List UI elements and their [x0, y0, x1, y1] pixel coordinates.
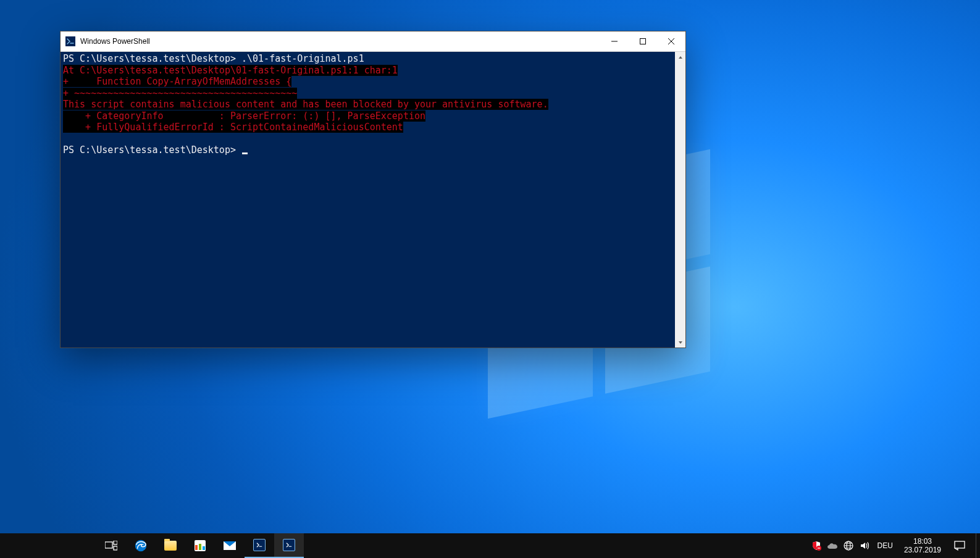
task-view-button[interactable]: [96, 533, 126, 558]
store-icon: [195, 540, 206, 551]
volume-icon[interactable]: [859, 540, 870, 551]
taskbar-store[interactable]: [185, 533, 215, 558]
powershell-icon: [283, 539, 295, 551]
powershell-icon: [65, 36, 75, 46]
window-title: Windows PowerShell: [80, 37, 150, 46]
console-error-line: + Function Copy-ArrayOfMemAddresses {: [63, 76, 291, 87]
show-desktop-button[interactable]: [976, 533, 980, 558]
taskbar-file-explorer[interactable]: [156, 533, 185, 558]
console-line: [63, 133, 69, 144]
security-icon[interactable]: [811, 540, 822, 551]
svg-rect-9: [955, 541, 965, 548]
action-center-button[interactable]: [947, 533, 972, 558]
vertical-scrollbar[interactable]: [675, 52, 685, 348]
folder-icon: [164, 541, 177, 551]
console-error-line: This script contains malicious content a…: [63, 99, 548, 110]
language-indicator[interactable]: DEU: [875, 541, 895, 550]
cursor: [242, 152, 248, 154]
powershell-icon: [253, 539, 266, 551]
scroll-down-button[interactable]: [675, 337, 685, 348]
svg-rect-3: [114, 541, 117, 544]
network-icon[interactable]: [843, 540, 854, 551]
console-error-line: + FullyQualifiedErrorId : ScriptContaine…: [63, 122, 403, 133]
desktop[interactable]: Windows PowerShell PS C:\Users\tessa.tes…: [0, 0, 980, 558]
clock-date: 23.07.2019: [904, 546, 941, 554]
console-error-line: + ~~~~~~~~~~~~~~~~~~~~~~~~~~~~~~~~~~~~~~…: [63, 88, 297, 99]
svg-rect-2: [105, 542, 112, 548]
scroll-track[interactable]: [675, 62, 685, 337]
taskbar-powershell-pinned[interactable]: [245, 533, 274, 558]
console-line: PS C:\Users\tessa.test\Desktop> .\01-fas…: [63, 53, 364, 64]
clock-time: 18:03: [913, 537, 932, 546]
taskbar-mail[interactable]: [215, 533, 245, 558]
scroll-up-button[interactable]: [675, 52, 685, 62]
console-output[interactable]: PS C:\Users\tessa.test\Desktop> .\01-fas…: [61, 52, 675, 348]
svg-rect-4: [114, 546, 117, 550]
clock[interactable]: 18:03 23.07.2019: [898, 533, 947, 558]
titlebar[interactable]: Windows PowerShell: [61, 31, 685, 52]
console-error-line: At C:\Users\tessa.test\Desktop\01-fast-O…: [63, 65, 398, 76]
maximize-button[interactable]: [629, 31, 657, 51]
close-button[interactable]: [657, 31, 685, 51]
taskbar: DEU 18:03 23.07.2019: [0, 533, 980, 558]
taskbar-powershell-active[interactable]: [274, 533, 304, 558]
taskbar-edge[interactable]: [126, 533, 156, 558]
minimize-button[interactable]: [600, 31, 629, 51]
console-prompt: PS C:\Users\tessa.test\Desktop>: [63, 144, 241, 156]
console-error-line: + CategoryInfo : ParserError: (:) [], Pa…: [63, 110, 425, 122]
mail-icon: [224, 541, 236, 550]
powershell-window: Windows PowerShell PS C:\Users\tessa.tes…: [60, 31, 686, 348]
system-tray: DEU: [808, 533, 898, 558]
onedrive-icon[interactable]: [827, 540, 838, 551]
svg-rect-1: [640, 39, 646, 44]
